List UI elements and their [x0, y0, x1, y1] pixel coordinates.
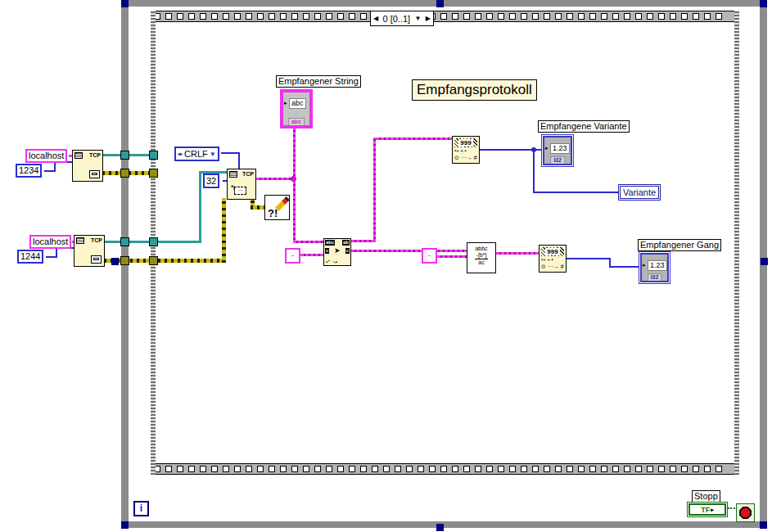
- wire-error2-in-a: [158, 259, 226, 263]
- tunnel-error1-seq: [149, 169, 158, 178]
- selection-handle[interactable]: [111, 258, 119, 265]
- frame-selector-label[interactable]: 0 [0..1]: [383, 14, 411, 24]
- tcp-open-connection-2-node[interactable]: TCP: [74, 235, 105, 267]
- tcp-open-connection-1-node[interactable]: TCP: [72, 150, 103, 182]
- tunnel-error1-loop: [120, 169, 129, 178]
- match-footer-icon: ▪⁺ ⤷▪: [326, 259, 337, 265]
- wire-gear-a: [567, 258, 611, 259]
- wire-error2-in-b: [222, 198, 226, 263]
- tcp-label: TCP: [91, 237, 102, 243]
- frame-dropdown-icon[interactable]: ▼: [415, 15, 422, 23]
- string-to-number-2-node[interactable]: 999 ▪+ +.▪ ⊙ ⋯→ #: [539, 245, 567, 273]
- wire-emptystr2: [437, 255, 467, 258]
- scan-999: 999: [545, 248, 559, 255]
- empty-string-constant-1[interactable]: -: [285, 248, 300, 264]
- terminal-out-arrow-icon: ▸: [711, 507, 714, 513]
- variant-type-tab: I32: [550, 156, 565, 164]
- computer-icon: [89, 170, 100, 178]
- match-pattern-node[interactable]: abc ab c c ➤ ▪⁺ ⤷▪: [323, 238, 351, 266]
- terminal-arrow-icon: ▸: [643, 262, 646, 268]
- sequence-border-bottom: [151, 463, 739, 475]
- match-c1: c: [325, 248, 329, 254]
- ring-dropdown-icon: ▼: [210, 149, 216, 160]
- wire-match-out1-a: [351, 240, 376, 242]
- string-type-tab: abc: [288, 118, 305, 125]
- frame-prev-icon[interactable]: ◀: [373, 15, 378, 23]
- received-gear-indicator[interactable]: ▸ 1.23 I32: [639, 251, 670, 284]
- search-replace-node[interactable]: abbc -[b*] ac: [467, 242, 496, 273]
- wire-refnum2-in-b: [199, 171, 201, 243]
- iteration-terminal[interactable]: i: [133, 501, 149, 516]
- variant-local-variable[interactable]: Variante: [618, 184, 661, 201]
- bytes-constant[interactable]: 32: [203, 174, 219, 188]
- ring-arrows-icon: ◂▸: [178, 149, 183, 160]
- read-mode-ring[interactable]: ◂▸ CRLF ▼: [174, 147, 219, 161]
- tunnel-refnum1-seq: [149, 151, 158, 160]
- junction-variant: [531, 147, 536, 152]
- terminal-arrow-icon: ▸: [545, 145, 549, 151]
- clear-errors-node[interactable]: ?!: [264, 195, 290, 220]
- wire-mode-a: [221, 152, 240, 154]
- loop-condition-terminal[interactable]: [736, 503, 755, 522]
- received-string-indicator[interactable]: ▸ abc abc: [280, 89, 313, 128]
- tcp-glyph-icon: [76, 237, 84, 244]
- tcp-read-node[interactable]: TCP ⋯ ↰: [227, 169, 256, 200]
- selection-handle[interactable]: [121, 521, 129, 529]
- stop-boolean-terminal[interactable]: TF ▸: [687, 502, 728, 517]
- computer-icon: [91, 255, 102, 264]
- tcp-label: TCP: [89, 152, 101, 158]
- match-abc: abc: [325, 240, 335, 246]
- tf-text: TF: [701, 506, 710, 514]
- variant-value: 1.23: [550, 143, 570, 154]
- received-string-label: Empfangener String: [276, 75, 361, 88]
- wire-string-out: [256, 178, 294, 180]
- string-to-number-1-node[interactable]: 999 ▪+ +.▪ ⊙ ⋯→ #: [452, 136, 480, 164]
- tunnel-error2-seq: [149, 256, 158, 265]
- replace-line1: abbc: [467, 246, 495, 252]
- received-variant-label: Empfangene Variante: [538, 120, 630, 133]
- port2-numeric-constant[interactable]: 1244: [17, 250, 43, 264]
- selection-handle[interactable]: [121, 0, 129, 7]
- stop-sign-icon: [739, 507, 752, 519]
- scan-999: 999: [458, 139, 472, 147]
- labview-block-diagram: ◀ 0 [0..1] ▼ ▶ localhost 1234 TCP localh…: [0, 0, 772, 532]
- junction-string: [291, 176, 296, 182]
- host1-string-constant[interactable]: localhost: [25, 149, 67, 163]
- selection-handle[interactable]: [436, 0, 444, 7]
- wire-match-out2: [351, 250, 467, 252]
- wire-mode-b: [238, 152, 240, 169]
- match-c2: c: [345, 248, 350, 254]
- frame-next-icon[interactable]: ▶: [426, 15, 431, 23]
- received-gear-label: Empfangener Gang: [638, 239, 721, 251]
- scan-bottom-glyphs: ⊙ ⋯→ #: [454, 155, 477, 161]
- question-exclamation-icon: ?!: [268, 207, 278, 219]
- tunnel-refnum1-loop: [120, 151, 129, 160]
- wire-match-out1-c: [376, 138, 452, 140]
- wire-emptystr1: [300, 254, 323, 256]
- string-value: abc: [289, 98, 306, 109]
- buffer-icon: ⋯: [234, 187, 246, 195]
- selection-handle[interactable]: [760, 521, 767, 529]
- stop-label: Stopp: [692, 490, 720, 503]
- wire-variant-b: [533, 149, 535, 193]
- selection-handle[interactable]: [760, 0, 767, 7]
- tunnel-error2-loop: [120, 256, 129, 265]
- wire-replace-out: [496, 252, 539, 255]
- protocol-comment: Empfangsprotokoll: [412, 79, 537, 101]
- selection-handle[interactable]: [436, 524, 444, 531]
- replace-line2: -[b*]: [467, 252, 495, 259]
- port1-numeric-constant[interactable]: 1234: [16, 164, 42, 178]
- host2-string-constant[interactable]: localhost: [29, 235, 71, 249]
- scan-mid-glyphs: ▪+ +.▪: [541, 257, 564, 262]
- wire-string-vert: [293, 127, 296, 243]
- received-variant-indicator[interactable]: ▸ 1.23 I32: [541, 134, 574, 167]
- empty-string-constant-2[interactable]: -: [422, 248, 437, 264]
- wire-match-out1-b: [373, 138, 376, 242]
- tcp-label: TCP: [242, 171, 254, 177]
- scan-mid-glyphs: ▪+ +.▪: [454, 148, 477, 153]
- gear-type-tab: I32: [648, 273, 662, 281]
- tunnel-refnum2-loop: [120, 237, 129, 246]
- wire-variant-c: [533, 192, 618, 193]
- tunnel-refnum2-seq: [149, 237, 158, 246]
- selection-handle[interactable]: [761, 258, 768, 265]
